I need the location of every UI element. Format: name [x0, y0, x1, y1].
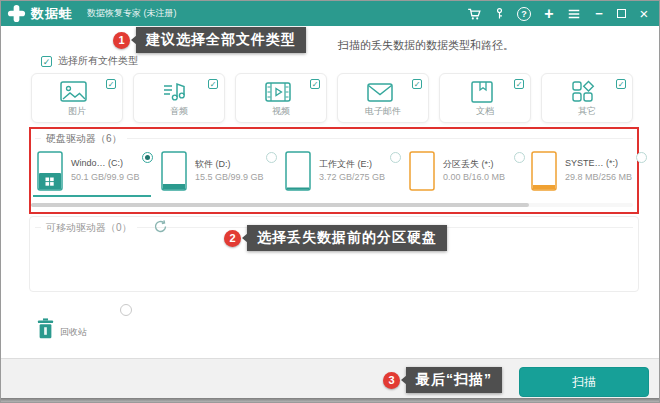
hard-drives-title: 硬盘驱动器（6）: [41, 132, 127, 146]
cart-icon[interactable]: [467, 7, 481, 21]
step3-tooltip: 最后“扫描”: [406, 367, 502, 393]
drive-capacity: 29.8 MB/256 MB: [565, 172, 632, 182]
drive-capacity: 0.00 B/16.0 MB: [443, 172, 505, 182]
drive-scrollbar-track[interactable]: [31, 203, 633, 207]
drive-radio[interactable]: [266, 152, 277, 163]
image-icon: [59, 80, 89, 104]
filetype-label: 音频: [134, 105, 224, 118]
document-checkbox[interactable]: ✓: [514, 79, 524, 89]
drive-item-e[interactable]: 工作文件 (E:) 3.72 GB/275 GB: [285, 151, 403, 195]
drive-icon: [531, 151, 557, 191]
step1-number-badge: 1: [113, 32, 130, 49]
select-all-label: 选择所有文件类型: [58, 54, 138, 68]
drive-icon: [161, 151, 187, 191]
titlebar: 数据蛙 数据恢复专家 (未注册) ? + − ×: [1, 1, 659, 26]
other-checkbox[interactable]: ✓: [616, 79, 626, 89]
filetype-card-audio[interactable]: ✓ 音频: [133, 73, 225, 123]
drive-radio[interactable]: [636, 152, 647, 163]
scan-button[interactable]: 扫描: [519, 367, 649, 397]
video-icon: [263, 80, 293, 104]
help-icon[interactable]: ?: [517, 7, 531, 21]
email-checkbox[interactable]: ✓: [412, 79, 422, 89]
filetype-card-video[interactable]: ✓ 视频: [235, 73, 327, 123]
removable-drives-title: 可移动驱动器（0）: [41, 221, 137, 235]
document-icon: [467, 80, 497, 104]
drive-icon: [285, 151, 311, 191]
filetype-label: 文档: [440, 105, 530, 118]
email-icon: [365, 80, 395, 104]
recycle-bin-radio[interactable]: [120, 304, 132, 316]
other-icon: [569, 80, 599, 104]
drive-item-d[interactable]: 软件 (D:) 15.5 GB/99.9 GB: [161, 151, 279, 195]
window-controls: ? + − ×: [467, 1, 651, 26]
intro-text: 扫描的丢失数据的数据类型和路径。: [338, 38, 514, 53]
app-name: 数据蛙: [31, 5, 73, 23]
drive-name: SYSTE… (*:): [565, 158, 618, 168]
filetype-label: 视频: [236, 105, 326, 118]
selected-drive-underline: [33, 195, 151, 197]
filetype-label: 其它: [542, 105, 632, 118]
recycle-bin-label: 回收站: [60, 326, 87, 339]
drive-item-system[interactable]: SYSTE… (*:) 29.8 MB/256 MB: [531, 151, 649, 195]
drive-capacity: 15.5 GB/99.9 GB: [195, 172, 264, 182]
close-icon[interactable]: ×: [637, 7, 651, 21]
annotation-step2: 2 选择丢失数据前的分区硬盘: [224, 225, 447, 251]
drive-item-lost-partition[interactable]: 分区丢失 (*:) 0.00 B/16.0 MB: [409, 151, 527, 195]
step1-tooltip: 建议选择全部文件类型: [136, 27, 306, 53]
maximize-icon[interactable]: [617, 9, 626, 18]
drive-icon: [37, 151, 63, 191]
drive-item-c[interactable]: Windo… (C:) 50.1 GB/99.9 GB: [37, 151, 155, 195]
drive-radio[interactable]: [390, 152, 401, 163]
filetype-label: 电子邮件: [338, 105, 428, 118]
drive-radio[interactable]: [514, 152, 525, 163]
select-all-file-types[interactable]: ✓ 选择所有文件类型: [41, 54, 138, 68]
step2-tooltip: 选择丢失数据前的分区硬盘: [247, 225, 447, 251]
app-logo-icon: [7, 4, 26, 23]
refresh-icon[interactable]: [153, 219, 168, 234]
minimize-icon[interactable]: −: [592, 7, 606, 21]
window-bottom-edge: [1, 398, 659, 403]
recycle-bin-icon: [37, 318, 54, 339]
filetype-card-email[interactable]: ✓ 电子邮件: [337, 73, 429, 123]
app-window: 数据蛙 数据恢复专家 (未注册) ? + − × 扫描的丢失数据的数据类型和路径…: [0, 0, 660, 403]
annotation-step3: 3 最后“扫描”: [383, 367, 502, 393]
app-subtitle: 数据恢复专家 (未注册): [87, 7, 177, 20]
drive-name: 工作文件 (E:): [319, 158, 372, 171]
audio-icon: [161, 80, 191, 104]
menu-icon[interactable]: [567, 7, 581, 21]
image-checkbox[interactable]: ✓: [106, 79, 116, 89]
annotation-step1: 1 建议选择全部文件类型: [113, 27, 306, 53]
drive-radio[interactable]: [142, 152, 153, 163]
drive-name: Windo… (C:): [71, 158, 123, 168]
drive-scrollbar-thumb[interactable]: [31, 203, 529, 207]
filetype-card-document[interactable]: ✓ 文档: [439, 73, 531, 123]
filetype-label: 图片: [32, 105, 122, 118]
select-all-checkbox[interactable]: ✓: [41, 56, 52, 67]
drive-capacity: 50.1 GB/99.9 GB: [71, 172, 140, 182]
filetype-card-other[interactable]: ✓ 其它: [541, 73, 633, 123]
audio-checkbox[interactable]: ✓: [208, 79, 218, 89]
step2-number-badge: 2: [224, 230, 241, 247]
drive-icon: [409, 151, 435, 191]
drive-name: 软件 (D:): [195, 158, 231, 171]
key-icon[interactable]: [492, 7, 506, 21]
filetype-card-image[interactable]: ✓ 图片: [31, 73, 123, 123]
plus-icon[interactable]: +: [542, 7, 556, 21]
video-checkbox[interactable]: ✓: [310, 79, 320, 89]
drive-name: 分区丢失 (*:): [443, 158, 494, 171]
drive-capacity: 3.72 GB/275 GB: [319, 172, 385, 182]
step3-number-badge: 3: [383, 372, 400, 389]
